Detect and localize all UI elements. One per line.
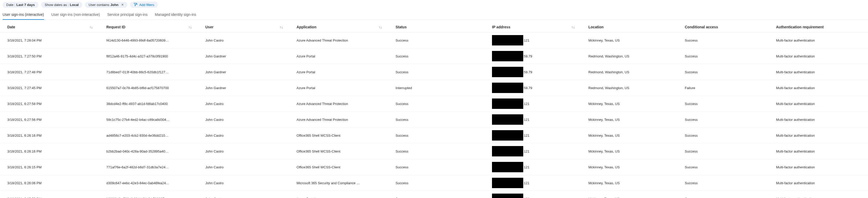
filter-user[interactable]: User contains John ✕ <box>85 2 127 8</box>
cell-application: Azure Advanced Threat Protection <box>289 115 388 124</box>
cell-conditional-access: Success <box>678 68 769 77</box>
cell-location: Redmond, Washington, US <box>581 83 678 92</box>
cell-location: Mckinney, Texas, US <box>581 115 678 124</box>
cell-status: Success <box>388 131 485 140</box>
col-ip-label: IP address <box>492 25 510 29</box>
cell-ip-suffix: 59.79 <box>524 70 532 74</box>
tab-service-principal-signin[interactable]: Service principal sign-ins <box>107 11 148 20</box>
col-ip[interactable]: IP address ↑↓ <box>485 25 581 29</box>
col-status-label: Status <box>396 25 407 29</box>
cell-application: Office365 Shell WCSS-Client <box>289 147 388 156</box>
sort-icon[interactable]: ↑↓ <box>188 25 192 29</box>
tab-user-signin-noninteractive[interactable]: User sign-ins (non-interactive) <box>51 11 100 20</box>
cell-user: John Castro <box>198 179 289 188</box>
cell-conditional-access: Success <box>678 147 769 156</box>
cell-application: Azure Portal <box>289 68 388 77</box>
sort-icon[interactable]: ↑↓ <box>571 25 575 29</box>
sort-icon[interactable]: ↑↓ <box>379 25 382 29</box>
tab-user-signin-interactive[interactable]: User sign-ins (interactive) <box>3 11 44 20</box>
redaction-block <box>492 162 523 172</box>
cell-location: Mckinney, Texas, US <box>581 179 678 188</box>
cell-ip: 121 <box>485 175 581 191</box>
cell-ip-suffix: 121 <box>524 102 529 106</box>
sort-icon[interactable]: ↑↓ <box>280 25 283 29</box>
add-filter-button[interactable]: Add filters <box>130 2 158 8</box>
cell-request-id: 771af76e-6a2f-482d-b6d7-31db3a7e24… <box>99 163 198 172</box>
cell-ip-suffix: 121 <box>524 165 529 169</box>
cell-status: Success <box>388 179 485 188</box>
cell-location: Mckinney, Texas, US <box>581 147 678 156</box>
tab-managed-identity-signin[interactable]: Managed identity sign-ins <box>155 11 196 20</box>
filter-date-value: Last 7 days <box>17 3 35 7</box>
table-row[interactable]: 3/18/2021, 6:27:58 PM38dcd4e2-ff8c-4937-… <box>0 96 868 112</box>
table-body: 3/18/2021, 7:28:04 PMf414d130-6446-4993-… <box>0 33 868 198</box>
cell-conditional-access: Success <box>678 194 769 198</box>
sort-icon[interactable]: ↑↓ <box>89 25 93 29</box>
cell-application: Office365 Shell WCSS-Client <box>289 131 388 140</box>
cell-auth-requirement: Multi-factor authentication <box>769 83 868 92</box>
close-icon[interactable]: ✕ <box>121 3 124 6</box>
cell-conditional-access: Success <box>678 179 769 188</box>
cell-status: Success <box>388 36 485 45</box>
cell-ip-suffix: 59.79 <box>524 86 532 90</box>
tab-bar: User sign-ins (interactive) User sign-in… <box>0 10 868 20</box>
col-application[interactable]: Application ↑↓ <box>289 25 388 29</box>
cell-ip: 59.79 <box>485 80 581 95</box>
table-row[interactable]: 3/18/2021, 7:27:48 PM71d8bed7-013f-40bb-… <box>0 64 868 80</box>
redaction-block <box>492 35 523 45</box>
filter-date[interactable]: Date : Last 7 days <box>3 2 38 8</box>
col-status[interactable]: Status <box>388 25 485 29</box>
col-request-id-label: Request ID <box>106 25 125 29</box>
cell-auth-requirement: Multi-factor authentication <box>769 131 868 140</box>
cell-request-id: 38dcd4e2-ff8c-4937-ab1d-fd8ab17c0400 <box>99 99 198 108</box>
cell-auth-requirement: Multi-factor authentication <box>769 52 868 61</box>
table-row[interactable]: 3/18/2021, 6:25:55 PMfd3302d6-c729-4b02-… <box>0 191 868 198</box>
cell-request-id: 615507a7-0c78-4b85-bf8d-acf175870700 <box>99 83 198 92</box>
cell-conditional-access: Success <box>678 99 769 108</box>
table-row[interactable]: 3/18/2021, 6:26:06 PMd309c647-eebc-42e3-… <box>0 175 868 191</box>
table-row[interactable]: 3/18/2021, 7:27:50 PMf8f12a46-9175-4d4c-… <box>0 48 868 64</box>
table-row[interactable]: 3/18/2021, 7:27:45 PM615507a7-0c78-4b85-… <box>0 80 868 96</box>
cell-location: Mckinney, Texas, US <box>581 99 678 108</box>
cell-ip-suffix: 121 <box>524 197 529 198</box>
col-location[interactable]: Location <box>581 25 678 29</box>
table-row[interactable]: 3/18/2021, 6:26:16 PMb2bb2bad-040c-428a-… <box>0 144 868 159</box>
cell-status: Success <box>388 147 485 156</box>
table-row[interactable]: 3/18/2021, 6:26:16 PMad4856c7-e203-4cb2-… <box>0 128 868 144</box>
cell-ip-suffix: 121 <box>524 149 529 153</box>
cell-ip-suffix: 121 <box>524 118 529 122</box>
cell-auth-requirement: Multi-factor authentication <box>769 115 868 124</box>
cell-ip: 59.79 <box>485 48 581 64</box>
table-header: Date ↑↓ Request ID ↑↓ User ↑↓ Applicatio… <box>0 20 868 33</box>
table-row[interactable]: 3/18/2021, 6:27:56 PM59c1c75c-27b4-4ed2-… <box>0 112 868 128</box>
col-user[interactable]: User ↑↓ <box>198 25 289 29</box>
table-row[interactable]: 3/18/2021, 7:28:04 PMf414d130-6446-4993-… <box>0 33 868 48</box>
cell-status: Success <box>388 68 485 77</box>
cell-status: Success <box>388 194 485 198</box>
filter-user-label: User contains <box>89 3 109 7</box>
col-request-id[interactable]: Request ID ↑↓ <box>99 25 198 29</box>
cell-location: Mckinney, Texas, US <box>581 131 678 140</box>
table-row[interactable]: 3/18/2021, 6:26:15 PM771af76e-6a2f-482d-… <box>0 159 868 175</box>
cell-ip: 121 <box>485 33 581 48</box>
cell-user: John Gardner <box>198 83 289 92</box>
col-date[interactable]: Date ↑↓ <box>0 25 99 29</box>
cell-status: Success <box>388 163 485 172</box>
col-auth-requirement[interactable]: Authentication requirement <box>769 25 868 29</box>
signin-table: Date ↑↓ Request ID ↑↓ User ↑↓ Applicatio… <box>0 20 868 198</box>
cell-date: 3/18/2021, 6:26:16 PM <box>0 131 99 140</box>
cell-date: 3/18/2021, 7:27:48 PM <box>0 68 99 77</box>
filter-tz-label: Show dates as : <box>45 3 69 7</box>
cell-date: 3/18/2021, 7:27:45 PM <box>0 83 99 92</box>
cell-user: John Gardner <box>198 68 289 77</box>
cell-user: John Castro <box>198 147 289 156</box>
cell-user: John Gardner <box>198 52 289 61</box>
cell-date: 3/18/2021, 6:26:16 PM <box>0 147 99 156</box>
cell-application: Office365 Shell WCSS-Client <box>289 163 388 172</box>
cell-ip: 121 <box>485 144 581 159</box>
col-conditional-access[interactable]: Conditional access <box>678 25 769 29</box>
cell-user: John Castro <box>198 163 289 172</box>
cell-request-id: 59c1c75c-27b4-4ed2-b4ac-c89ca8d304… <box>99 115 198 124</box>
cell-request-id: fd3302d6-c729-4b02-bb6f-bfbb713607… <box>99 194 198 198</box>
filter-timezone[interactable]: Show dates as : Local <box>41 2 82 8</box>
